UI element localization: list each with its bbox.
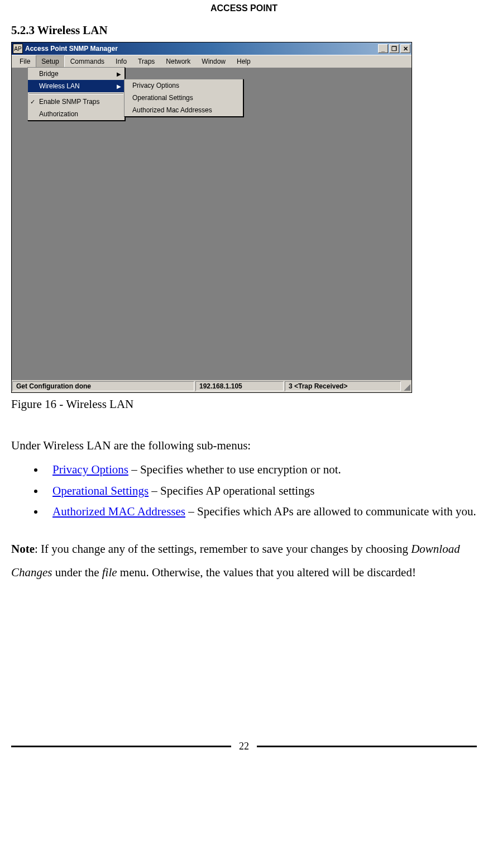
bullet-rest: – Specifies AP operational settings: [149, 484, 314, 497]
setup-item-label: Enable SNMP Traps: [39, 98, 100, 106]
status-trap: 3 <Trap Received>: [285, 381, 401, 391]
submenu-authorized-mac[interactable]: Authorized Mac Addresses: [125, 104, 243, 116]
submenu-privacy-options[interactable]: Privacy Options: [125, 79, 243, 92]
menubar: File Setup Commands Info Traps Network W…: [12, 55, 412, 68]
footer-rule: [11, 746, 231, 747]
setup-item-label: Authorization: [39, 110, 78, 118]
menu-setup[interactable]: Setup: [36, 55, 64, 68]
restore-button[interactable]: ❐: [389, 44, 399, 53]
figure-caption: Figure 16 - Wireless LAN: [11, 397, 477, 411]
resize-grip-icon: ◢: [401, 380, 412, 392]
close-button[interactable]: ✕: [400, 44, 410, 53]
submenu-arrow-icon: ▶: [117, 71, 121, 77]
window-controls: _ ❐ ✕: [378, 44, 410, 53]
page-footer: 22: [11, 741, 477, 763]
note-paragraph: Note: If you change any of the settings,…: [11, 537, 477, 584]
statusbar: Get Configuration done 192.168.1.105 3 <…: [12, 380, 412, 392]
page-header: ACCESS POINT: [11, 0, 477, 23]
note-label: Note: [11, 542, 35, 556]
link-operational-settings[interactable]: Operational Settings: [52, 484, 149, 497]
setup-item-bridge[interactable]: Bridge ▶: [28, 68, 125, 80]
titlebar: AP Access Point SNMP Manager _ ❐ ✕: [12, 42, 412, 55]
status-message: Get Configuration done: [12, 381, 194, 391]
setup-item-authorization[interactable]: Authorization: [28, 108, 125, 120]
list-item: Operational Settings – Specifies AP oper…: [45, 482, 477, 501]
window-title: Access Point SNMP Manager: [25, 45, 378, 53]
note-text: menu. Otherwise, the values that you alt…: [117, 566, 416, 579]
client-area: Bridge ▶ Wireless LAN ▶ ✓ Enable SNMP Tr…: [12, 68, 412, 380]
section-heading: 5.2.3 Wireless LAN: [11, 23, 477, 37]
note-text: : If you change any of the settings, rem…: [35, 542, 411, 556]
footer-rule: [257, 746, 477, 747]
menu-network[interactable]: Network: [160, 55, 196, 68]
note-italic: file: [102, 566, 117, 579]
list-item: Authorized MAC Addresses – Specifies whi…: [45, 502, 477, 521]
submenu-arrow-icon: ▶: [117, 83, 121, 89]
menu-commands[interactable]: Commands: [65, 55, 110, 68]
setup-item-wireless-lan[interactable]: Wireless LAN ▶: [28, 80, 125, 92]
status-ip: 192.168.1.105: [195, 381, 284, 391]
list-item: Privacy Options – Specifies whether to u…: [45, 461, 477, 480]
setup-item-enable-snmp-traps[interactable]: ✓ Enable SNMP Traps: [28, 96, 125, 108]
intro-paragraph: Under Wireless LAN are the following sub…: [11, 434, 477, 457]
menu-help[interactable]: Help: [231, 55, 256, 68]
bullet-rest: – Specifies whether to use encryption or…: [128, 463, 341, 476]
check-icon: ✓: [30, 98, 35, 106]
setup-item-label: Wireless LAN: [39, 82, 80, 90]
bullet-rest: – Specifies which APs are allowed to com…: [185, 505, 476, 518]
page-number: 22: [236, 741, 252, 752]
menu-window[interactable]: Window: [196, 55, 231, 68]
bullet-list: Privacy Options – Specifies whether to u…: [11, 461, 477, 521]
menu-traps[interactable]: Traps: [132, 55, 160, 68]
note-text: under the: [52, 566, 102, 579]
setup-item-label: Bridge: [39, 70, 59, 78]
menu-info[interactable]: Info: [110, 55, 132, 68]
minimize-button[interactable]: _: [378, 44, 388, 53]
menu-file[interactable]: File: [14, 55, 36, 68]
link-privacy-options[interactable]: Privacy Options: [52, 463, 128, 476]
wlan-submenu: Privacy Options Operational Settings Aut…: [124, 79, 243, 117]
menu-separator: [29, 93, 123, 94]
app-icon: AP: [13, 44, 23, 54]
setup-dropdown: Bridge ▶ Wireless LAN ▶ ✓ Enable SNMP Tr…: [27, 67, 125, 121]
screenshot-window: AP Access Point SNMP Manager _ ❐ ✕ File …: [11, 42, 412, 393]
submenu-operational-settings[interactable]: Operational Settings: [125, 92, 243, 104]
link-authorized-mac[interactable]: Authorized MAC Addresses: [52, 505, 185, 518]
